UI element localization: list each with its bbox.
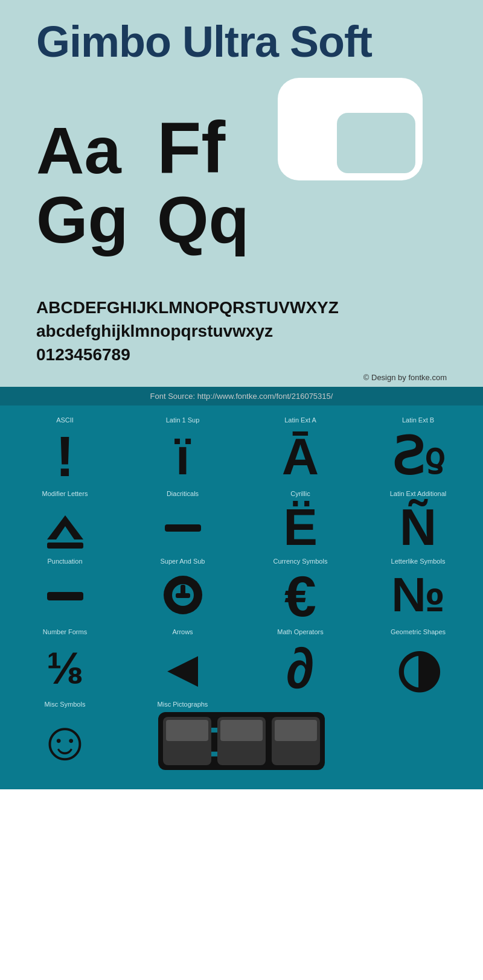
- svg-rect-0: [47, 542, 83, 549]
- glyph-latinextadd: Ñ: [359, 500, 477, 555]
- glyph-miscpicto: 🀱: [124, 711, 359, 771]
- label-latinexta: Latin Ext A Ā: [242, 416, 359, 487]
- copyright: © Design by fontke.com: [0, 370, 483, 387]
- glyph-cyrillic: Ë: [242, 500, 359, 555]
- alphabet-section: ABCDEFGHIJKLMNOPQRSTUVWXYZ abcdefghijklm…: [0, 290, 483, 370]
- source-label: Font Source:: [150, 392, 195, 401]
- glyph-letterlike: №: [359, 568, 477, 622]
- charset-section: ASCII ! Latin 1 Sup ï Latin Ext A Ā Lati…: [0, 406, 483, 789]
- glyph-punctuation: [6, 568, 124, 622]
- glyph-modletters: [6, 500, 124, 555]
- label-arrows: Arrows ◄: [124, 628, 242, 699]
- glyph-latinexta: Ā: [242, 427, 359, 487]
- svg-rect-2: [47, 592, 83, 600]
- glyph-ascii: !: [6, 427, 124, 487]
- label-miscpicto: Misc Pictographs: [124, 701, 242, 711]
- glyph-aa: Aa: [36, 117, 157, 183]
- svg-rect-6: [176, 593, 190, 598]
- glyph-box-inner: [337, 113, 415, 173]
- alphabet-digits: 0123456789: [36, 343, 447, 366]
- svg-rect-14: [275, 720, 317, 741]
- label-superandsub: Super And Sub: [124, 558, 242, 625]
- glyph-ff: Ff: [157, 111, 278, 183]
- label-modletters: Modifier Letters: [6, 490, 124, 555]
- glyph-gg: Gg: [36, 186, 157, 253]
- glyph-latinextb: Ƨƍ: [359, 427, 477, 487]
- source-url[interactable]: http://www.fontke.com/font/216075315/: [197, 392, 333, 401]
- label-ascii: ASCII !: [6, 416, 124, 487]
- glyph-miscpicto-cell: 🀱: [124, 711, 359, 771]
- label-diacriticals: Diacriticals: [124, 490, 242, 555]
- glyph-currency: €: [242, 568, 359, 625]
- source-bar: Font Source: http://www.fontke.com/font/…: [0, 387, 483, 406]
- label-cyrillic: Cyrillic Ë: [242, 490, 359, 555]
- glyph-miscsymbols-cell: ☺: [6, 711, 124, 771]
- glyph-arrows: ◄: [124, 638, 242, 699]
- label-latinextb: Latin Ext B Ƨƍ: [359, 416, 477, 487]
- label-mathops: Math Operators ∂: [242, 628, 359, 699]
- glyph-qq: Qq: [157, 186, 278, 253]
- alphabet-lowercase: abcdefghijklmnopqrstuvwxyz: [36, 319, 447, 343]
- label-geoshapes: Geometric Shapes ◑: [359, 628, 477, 699]
- svg-rect-10: [166, 720, 208, 741]
- label-miscsymbols: Misc Symbols: [6, 701, 124, 711]
- glyph-superandsub: [124, 568, 242, 622]
- glyph-geoshapes: ◑: [359, 638, 477, 699]
- glyph-miscsymbols: ☺: [6, 711, 124, 771]
- glyph-mathops: ∂: [242, 638, 359, 699]
- label-punctuation: Punctuation: [6, 558, 124, 625]
- glyph-numberforms: ⅛: [6, 638, 124, 699]
- alphabet-uppercase: ABCDEFGHIJKLMNOPQRSTUVWXYZ: [36, 296, 447, 319]
- header-section: Gimbo Ultra Soft Aa Ff Gg Qq: [0, 0, 483, 290]
- label-numberforms: Number Forms ⅛: [6, 628, 124, 699]
- glyph-box: [278, 78, 423, 180]
- label-currency: Currency Symbols €: [242, 558, 359, 625]
- glyph-diacriticals: [124, 500, 242, 555]
- svg-rect-12: [220, 720, 263, 741]
- glyph-latin1sup: ï: [124, 427, 242, 487]
- label-latinextadd: Latin Ext Additional Ñ: [359, 490, 477, 555]
- label-latin1sup: Latin 1 Sup ï: [124, 416, 242, 487]
- font-title: Gimbo Ultra Soft: [36, 18, 447, 66]
- label-letterlike: Letterlike Symbols №: [359, 558, 477, 625]
- svg-rect-1: [165, 524, 201, 532]
